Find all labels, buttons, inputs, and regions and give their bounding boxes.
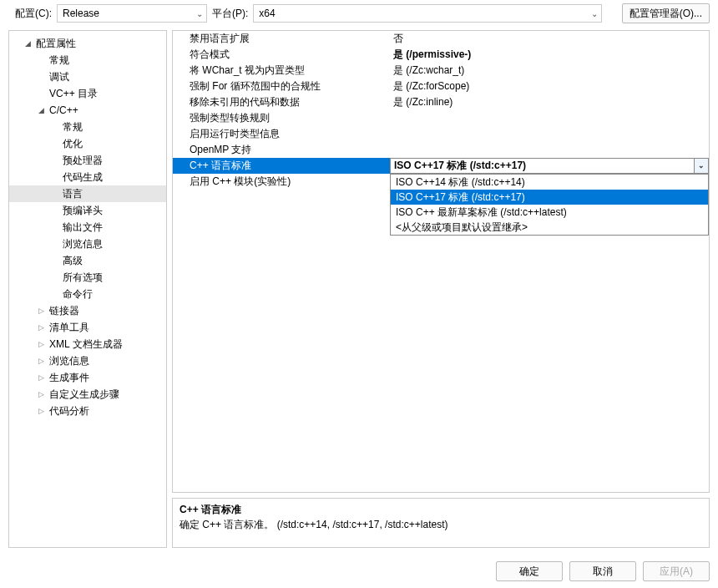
description-box: C++ 语言标准 确定 C++ 语言标准。 (/std:c++14, /std:…	[172, 498, 710, 548]
chevron-down-icon[interactable]: ⌄	[694, 159, 708, 173]
prop-value: 是 (/Zc:forScope)	[390, 79, 709, 94]
tree-node-ccpp-preproc[interactable]: 预处理器	[9, 152, 166, 169]
prop-value: 是 (/permissive-)	[390, 47, 709, 63]
platform-combo[interactable]: x64 ⌄	[253, 4, 602, 23]
tree-node-config-props[interactable]: ◢ 配置属性	[9, 35, 166, 52]
tree-node-code-analysis[interactable]: ▷代码分析	[9, 403, 166, 419]
tree-node-browse[interactable]: ▷浏览信息	[9, 352, 166, 369]
tree-node-ccpp-language[interactable]: 语言	[9, 185, 166, 202]
dropdown-option[interactable]: ISO C++14 标准 (/std:c++14)	[391, 175, 708, 190]
tree-node-ccpp-codegen[interactable]: 代码生成	[9, 169, 166, 185]
prop-value: 否	[390, 31, 709, 47]
prop-row[interactable]: 将 WChar_t 视为内置类型是 (/Zc:wchar_t)	[173, 63, 709, 79]
tree-node-manifest[interactable]: ▷清单工具	[9, 319, 166, 336]
collapse-icon: ▷	[36, 352, 46, 369]
tree-node-ccpp-pch[interactable]: 预编译头	[9, 202, 166, 219]
tree-node-ccpp-browseinfo[interactable]: 浏览信息	[9, 236, 166, 252]
expand-icon: ◢	[23, 35, 33, 52]
config-tree: ◢ 配置属性 常规 调试 VC++ 目录 ◢ C/C++ 常规 优化	[9, 34, 166, 419]
prop-key: 启用运行时类型信息	[173, 126, 390, 142]
ok-button[interactable]: 确定	[496, 561, 563, 581]
config-value: Release	[63, 8, 99, 19]
prop-row[interactable]: 启用运行时类型信息	[173, 126, 709, 142]
collapse-icon: ▷	[36, 302, 46, 319]
prop-row[interactable]: 强制 For 循环范围中的合规性是 (/Zc:forScope)	[173, 79, 709, 94]
collapse-icon: ▷	[36, 319, 46, 336]
prop-key: OpenMP 支持	[173, 142, 390, 158]
chevron-down-icon: ⌄	[196, 9, 203, 18]
collapse-icon: ▷	[36, 403, 46, 419]
tree-node-vc-dirs[interactable]: VC++ 目录	[9, 85, 166, 102]
collapse-icon: ▷	[36, 369, 46, 386]
dropdown-option[interactable]: ISO C++ 最新草案标准 (/std:c++latest)	[391, 205, 708, 220]
tree-node-ccpp[interactable]: ◢ C/C++	[9, 102, 166, 119]
tree-node-ccpp-alloptions[interactable]: 所有选项	[9, 269, 166, 286]
tree-node-debug[interactable]: 调试	[9, 68, 166, 85]
prop-value	[390, 110, 709, 126]
tree-node-ccpp-output[interactable]: 输出文件	[9, 219, 166, 236]
main-area: ◢ 配置属性 常规 调试 VC++ 目录 ◢ C/C++ 常规 优化	[0, 30, 718, 548]
cpp-std-dropdown-list: ISO C++14 标准 (/std:c++14)ISO C++17 标准 (/…	[390, 174, 709, 236]
collapse-icon: ▷	[36, 336, 46, 352]
prop-row[interactable]: 禁用语言扩展否	[173, 31, 709, 47]
tree-node-ccpp-advanced[interactable]: 高级	[9, 252, 166, 269]
tree-node-ccpp-optimize[interactable]: 优化	[9, 135, 166, 152]
desc-title: C++ 语言标准	[180, 502, 702, 517]
prop-key: 强制 For 循环范围中的合规性	[173, 79, 390, 94]
prop-key: 移除未引用的代码和数据	[173, 94, 390, 110]
prop-value[interactable]: ISO C++17 标准 (/std:c++17)⌄	[390, 158, 709, 174]
desc-text: 确定 C++ 语言标准。 (/std:c++14, /std:c++17, /s…	[180, 517, 702, 532]
expand-icon: ◢	[36, 102, 46, 119]
tree-node-custom-build[interactable]: ▷自定义生成步骤	[9, 386, 166, 403]
collapse-icon: ▷	[36, 386, 46, 403]
prop-row[interactable]: 移除未引用的代码和数据是 (/Zc:inline)	[173, 94, 709, 110]
prop-row[interactable]: 强制类型转换规则	[173, 110, 709, 126]
dropdown-option[interactable]: ISO C++17 标准 (/std:c++17)	[391, 190, 708, 205]
prop-key: 强制类型转换规则	[173, 110, 390, 126]
tree-node-xmldoc[interactable]: ▷XML 文档生成器	[9, 336, 166, 352]
prop-key: C++ 语言标准	[173, 158, 390, 174]
tree-node-ccpp-cmdline[interactable]: 命令行	[9, 286, 166, 302]
prop-key: 将 WChar_t 视为内置类型	[173, 63, 390, 79]
prop-key: 启用 C++ 模块(实验性)	[173, 174, 390, 190]
top-bar: 配置(C): Release ⌄ 平台(P): x64 ⌄ 配置管理器(O)..…	[0, 0, 718, 30]
prop-row[interactable]: OpenMP 支持	[173, 142, 709, 158]
prop-value	[390, 126, 709, 142]
property-grid: 禁用语言扩展否符合模式是 (/permissive-)将 WChar_t 视为内…	[172, 30, 710, 493]
prop-value: 是 (/Zc:wchar_t)	[390, 63, 709, 79]
prop-key: 禁用语言扩展	[173, 31, 390, 47]
chevron-down-icon: ⌄	[591, 9, 598, 18]
right-pane: 禁用语言扩展否符合模式是 (/permissive-)将 WChar_t 视为内…	[172, 30, 710, 548]
tree-node-linker[interactable]: ▷链接器	[9, 302, 166, 319]
bottom-bar: 确定 取消 应用(A)	[496, 561, 710, 581]
prop-key: 符合模式	[173, 47, 390, 63]
config-manager-button[interactable]: 配置管理器(O)...	[622, 3, 710, 23]
platform-value: x64	[259, 8, 275, 19]
tree-node-ccpp-general[interactable]: 常规	[9, 119, 166, 135]
prop-row[interactable]: 符合模式是 (/permissive-)	[173, 47, 709, 63]
dropdown-option[interactable]: <从父级或项目默认设置继承>	[391, 220, 708, 235]
tree-node-build-events[interactable]: ▷生成事件	[9, 369, 166, 386]
tree-pane: ◢ 配置属性 常规 调试 VC++ 目录 ◢ C/C++ 常规 优化	[8, 30, 167, 548]
config-label: 配置(C):	[15, 7, 52, 21]
apply-button[interactable]: 应用(A)	[643, 561, 710, 581]
cancel-button[interactable]: 取消	[569, 561, 636, 581]
tree-node-general[interactable]: 常规	[9, 52, 166, 68]
config-combo[interactable]: Release ⌄	[57, 4, 207, 23]
prop-value	[390, 142, 709, 158]
prop-row[interactable]: C++ 语言标准ISO C++17 标准 (/std:c++17)⌄	[173, 158, 709, 174]
prop-value: 是 (/Zc:inline)	[390, 94, 709, 110]
platform-label: 平台(P):	[212, 7, 248, 21]
